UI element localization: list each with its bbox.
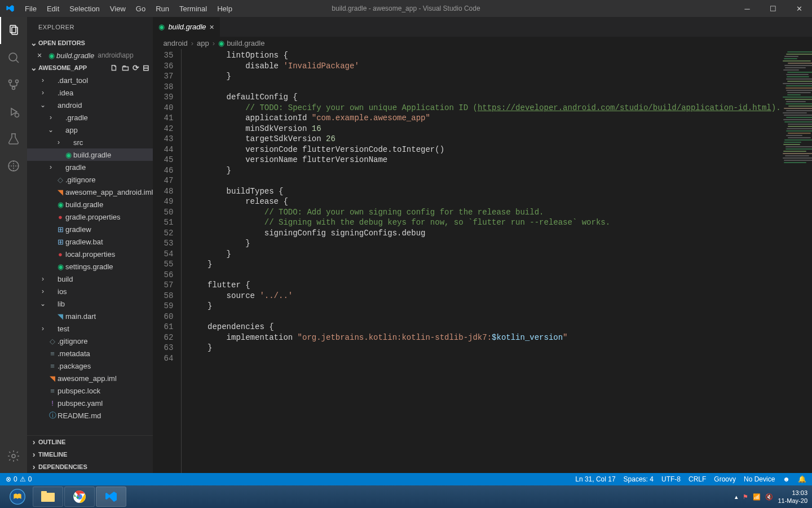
timeline-header[interactable]: ›TIMELINE [27, 448, 153, 461]
file-item[interactable]: ≡.metadata [27, 347, 153, 360]
maximize-button[interactable]: ☐ [760, 0, 786, 17]
testing-icon[interactable] [0, 125, 27, 152]
file-item[interactable]: ◉build.gradle [27, 148, 153, 161]
settings-icon[interactable] [0, 443, 27, 470]
folder-item[interactable]: ⌄lib [27, 297, 153, 310]
menu-go[interactable]: Go [131, 0, 151, 17]
close-tab-icon[interactable]: × [210, 23, 214, 32]
file-item[interactable]: ◉build.gradle [27, 198, 153, 211]
new-file-icon[interactable]: 🗋 [110, 63, 118, 72]
menu-view[interactable]: View [105, 0, 131, 17]
folder-item[interactable]: ›test [27, 322, 153, 335]
file-item[interactable]: ≡pubspec.lock [27, 384, 153, 397]
file-item[interactable]: !pubspec.yaml [27, 397, 153, 409]
clock[interactable]: 13:03 11-May-20 [778, 489, 807, 505]
window-controls: ─ ☐ ✕ [734, 0, 812, 17]
menu-terminal[interactable]: Terminal [174, 0, 212, 17]
minimap[interactable] [781, 49, 812, 473]
vscode-logo-icon [0, 4, 20, 13]
folder-item[interactable]: ›build [27, 273, 153, 285]
notifications-icon[interactable]: 🔔 [798, 475, 806, 483]
extensions-icon[interactable] [0, 152, 27, 179]
cursor-position[interactable]: Ln 31, Col 17 [575, 475, 615, 483]
file-item[interactable]: ◇.gitignore [27, 173, 153, 186]
menubar: FileEditSelectionViewGoRunTerminalHelp [20, 0, 237, 17]
folder-item[interactable]: ›.dart_tool [27, 74, 153, 86]
eol[interactable]: CRLF [689, 475, 706, 483]
svg-point-6 [12, 87, 15, 90]
menu-help[interactable]: Help [212, 0, 237, 17]
clock-date: 11-May-20 [778, 497, 807, 505]
menu-selection[interactable]: Selection [64, 0, 104, 17]
language-mode[interactable]: Groovy [714, 475, 736, 483]
project-header[interactable]: ⌄AWESOME_APP 🗋 🗀 ⟳ ⊟ [27, 62, 153, 74]
file-item[interactable]: ⊞gradlew.bat [27, 235, 153, 248]
file-item[interactable]: ◥main.dart [27, 310, 153, 322]
start-button[interactable] [2, 487, 33, 507]
svg-rect-13 [41, 493, 55, 502]
open-editors-header[interactable]: ⌄OPEN EDITORS [27, 37, 153, 49]
minimize-button[interactable]: ─ [734, 0, 760, 17]
tab-build-gradle[interactable]: ◉ build.gradle × [153, 17, 220, 37]
volume-icon[interactable]: 🔇 [765, 493, 773, 501]
code-editor[interactable]: lintOptions { disable 'InvalidPackage' }… [188, 49, 780, 473]
refresh-icon[interactable]: ⟳ [133, 63, 139, 72]
file-item[interactable]: ≡.packages [27, 360, 153, 372]
editor-area: ◉ build.gradle × ◧ ⋯ android›app›◉ build… [153, 17, 812, 473]
file-explorer-button[interactable] [33, 487, 63, 507]
file-item[interactable]: ●local.properties [27, 248, 153, 260]
tab-label: build.gradle [168, 23, 206, 31]
file-tree: ›.dart_tool›.idea⌄android›.gradle⌄app›sr… [27, 74, 153, 435]
device-selector[interactable]: No Device [744, 475, 775, 483]
open-editors-label: OPEN EDITORS [38, 40, 85, 46]
folder-item[interactable]: ›gradle [27, 161, 153, 173]
chrome-button[interactable] [64, 487, 95, 507]
file-item[interactable]: ◉settings.gradle [27, 260, 153, 273]
folder-item[interactable]: ›.idea [27, 86, 153, 99]
outline-header[interactable]: ›OUTLINE [27, 436, 153, 448]
folder-item[interactable]: ›ios [27, 285, 153, 297]
svg-rect-1 [12, 27, 17, 34]
search-icon[interactable] [0, 44, 27, 71]
breadcrumbs[interactable]: android›app›◉ build.gradle [153, 37, 812, 49]
wifi-icon[interactable]: 📶 [753, 493, 761, 501]
menu-file[interactable]: File [20, 0, 42, 17]
breadcrumb-segment[interactable]: ◉ build.gradle [218, 39, 264, 47]
menu-run[interactable]: Run [151, 0, 174, 17]
file-item[interactable]: ●gradle.properties [27, 211, 153, 223]
folder-item[interactable]: ⌄app [27, 124, 153, 136]
feedback-icon[interactable]: ☻ [783, 475, 790, 483]
flag-icon[interactable]: ⚑ [743, 493, 748, 501]
tab-bar: ◉ build.gradle × ◧ ⋯ [153, 17, 812, 37]
file-item[interactable]: ◥awesome_app.iml [27, 372, 153, 384]
collapse-icon[interactable]: ⊟ [143, 63, 149, 72]
folder-item[interactable]: ⌄android [27, 99, 153, 111]
indentation[interactable]: Spaces: 4 [624, 475, 654, 483]
menu-edit[interactable]: Edit [42, 0, 64, 17]
new-folder-icon[interactable]: 🗀 [121, 63, 129, 72]
outline-label: OUTLINE [38, 439, 65, 445]
folder-item[interactable]: ›src [27, 136, 153, 148]
close-icon[interactable]: × [35, 51, 44, 60]
file-item[interactable]: ⓘREADME.md [27, 409, 153, 422]
file-item[interactable]: ⊞gradlew [27, 223, 153, 235]
open-editor-item[interactable]: × ◉ build.gradle android\app [27, 49, 153, 62]
file-item[interactable]: ◥awesome_app_android.iml [27, 186, 153, 198]
close-button[interactable]: ✕ [786, 0, 812, 17]
breadcrumb-segment[interactable]: android [163, 39, 187, 47]
breadcrumb-segment[interactable]: app [197, 39, 209, 47]
svg-line-3 [16, 60, 19, 63]
run-debug-icon[interactable] [0, 98, 27, 125]
explorer-icon[interactable] [0, 17, 27, 44]
encoding[interactable]: UTF-8 [661, 475, 681, 483]
source-control-icon[interactable] [0, 71, 27, 98]
folder-item[interactable]: ›.gradle [27, 111, 153, 124]
dependencies-header[interactable]: ›DEPENDENCIES [27, 461, 153, 473]
dependencies-label: DEPENDENCIES [38, 463, 87, 470]
problems-indicator[interactable]: ⊗0 ⚠0 [6, 475, 32, 483]
vscode-button[interactable] [96, 487, 126, 507]
timeline-label: TIMELINE [38, 451, 67, 458]
file-item[interactable]: ◇.gitignore [27, 335, 153, 347]
tray-chevron-icon[interactable]: ▴ [735, 493, 738, 501]
windows-taskbar: ▴ ⚑ 📶 🔇 13:03 11-May-20 [0, 485, 812, 508]
